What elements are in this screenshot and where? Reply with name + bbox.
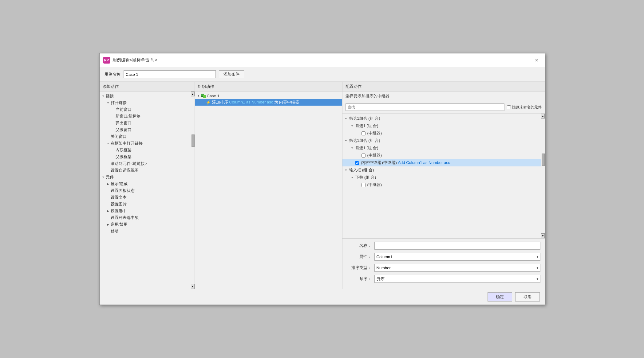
add-condition-button[interactable]: 添加条件 — [219, 70, 244, 78]
bolt-icon: ⚡ — [206, 100, 211, 105]
cancel-button[interactable]: 取消 — [515, 292, 540, 302]
organize-tree-scroll[interactable]: Case 1 ⚡ 添加排序 Column1 as Number asc 为 内容… — [195, 91, 342, 289]
toggle-open-link[interactable] — [106, 100, 111, 105]
prop-attr-label: 属性： — [347, 254, 371, 259]
scroll-down-btn[interactable]: ▼ — [191, 284, 195, 289]
case-name-input[interactable] — [124, 70, 216, 78]
tree-item-enable-disable[interactable]: 启用/禁用 — [100, 221, 191, 228]
repeater-1-checkbox[interactable] — [362, 131, 365, 135]
case-row: 用例名称 添加条件 — [100, 67, 545, 82]
repeater-2-checkbox[interactable] — [362, 154, 365, 158]
tree-item-widget[interactable]: 元件 — [100, 174, 191, 181]
config-item-repeater-2[interactable]: (中继器) — [342, 152, 541, 159]
config-item-dropdown-group[interactable]: 下拉 (组 合) — [342, 174, 541, 181]
config-item-input-group[interactable]: 输入框 (组 合) — [342, 166, 541, 174]
tree-item-set-selected[interactable]: 设置选中 — [100, 208, 191, 214]
hide-unnamed-checkbox[interactable] — [507, 105, 511, 109]
add-action-tree-scroll[interactable]: 链接 打开链接 当前窗口 新窗口/新标签 — [100, 91, 191, 289]
properties-section: 名称： 属性： Column1 Column2 Column3 ▼ — [342, 238, 545, 289]
tree-item-new-window[interactable]: 新窗口/新标签 — [100, 113, 191, 120]
config-scrollbar[interactable]: ▲ ▼ — [541, 114, 545, 238]
tree-item-parent-frame[interactable]: 父级框架 — [100, 154, 191, 160]
tree-item-scroll-to[interactable]: 滚动到元件<链链接> — [100, 160, 191, 167]
configure-header: 配置动作 — [342, 82, 545, 91]
scroll-thumb[interactable] — [192, 134, 195, 147]
add-action-content: 链接 打开链接 当前窗口 新窗口/新标签 — [100, 91, 195, 289]
tree-item-show-hide[interactable]: 显示/隐藏 — [100, 181, 191, 187]
configure-sub-header: 选择要添加排序的中继器 — [342, 91, 545, 101]
dialog-footer: 确定 取消 — [100, 289, 545, 305]
config-scroll-up[interactable]: ▲ — [541, 114, 545, 119]
tree-item-move[interactable]: 移动 — [100, 228, 191, 235]
organize-icon — [201, 93, 206, 98]
config-tree-container: 筛选1组合 (组 合) 筛选1 (组 合) (中继器) — [342, 114, 545, 238]
close-button[interactable]: × — [532, 56, 541, 64]
tree-item-set-panel[interactable]: 设置面板状态 — [100, 187, 191, 194]
ok-button[interactable]: 确定 — [488, 292, 512, 302]
tree-item-inline-frame[interactable]: 内联框架 — [100, 147, 191, 154]
tree-item-adaptive-view[interactable]: 设置自适应视图 — [100, 167, 191, 174]
config-item-repeater-3[interactable]: (中继器) — [342, 181, 541, 189]
hide-unnamed-row: 隐藏未命名的元件 — [507, 105, 542, 110]
tree-item-current-window[interactable]: 当前窗口 — [100, 106, 191, 113]
config-item-filter1-2[interactable]: 筛选1 (组 合) — [342, 144, 541, 152]
prop-order-select-wrapper: 升序 降序 ▼ — [374, 275, 540, 283]
toggle-case1[interactable] — [196, 93, 201, 98]
prop-sort-type-row: 排序类型： Number Text Date ▼ — [347, 264, 540, 272]
panel-organize: 组织动作 Case 1 — [195, 82, 342, 289]
toggle-frame[interactable] — [106, 141, 111, 146]
toggle-widget[interactable] — [101, 175, 106, 180]
config-item-content-repeater[interactable]: 内容中继器 (中继器) Add Column1 as Number asc — [342, 159, 541, 166]
organize-content: Case 1 ⚡ 添加排序 Column1 as Number asc 为 内容… — [195, 91, 342, 289]
panel-configure: 配置动作 选择要添加排序的中继器 隐藏未命名的元件 筛选1组合 (组 — [342, 82, 545, 289]
content-repeater-checkbox[interactable] — [355, 161, 359, 165]
toggle-enable-disable[interactable] — [106, 222, 111, 227]
repeater-3-checkbox[interactable] — [362, 183, 365, 187]
prop-attr-select[interactable]: Column1 Column2 Column3 — [374, 253, 540, 261]
tree-item-parent-window[interactable]: 父级窗口 — [100, 126, 191, 133]
prop-attr-select-wrapper: Column1 Column2 Column3 ▼ — [374, 253, 540, 261]
tree-item-set-image[interactable]: 设置图片 — [100, 201, 191, 208]
config-item-filter-group-2[interactable]: 筛选1组合 (组 合) — [342, 137, 541, 144]
tree-item-popup[interactable]: 弹出窗口 — [100, 120, 191, 126]
case-name-label: 用例名称 — [105, 72, 121, 77]
prop-sort-type-select[interactable]: Number Text Date — [374, 264, 540, 272]
config-scroll-down[interactable]: ▼ — [541, 233, 545, 238]
config-search-input[interactable] — [346, 103, 504, 111]
config-item-filter-group-1[interactable]: 筛选1组合 (组 合) — [342, 115, 541, 122]
main-dialog: RP 用例编辑<鼠标单击 时> × 用例名称 添加条件 添加动作 链接 — [99, 53, 545, 305]
add-action-header: 添加动作 — [100, 82, 195, 91]
toggle-links[interactable] — [101, 94, 106, 99]
prop-order-select[interactable]: 升序 降序 — [374, 275, 540, 283]
left-scrollbar[interactable]: ▲ ▼ — [191, 91, 195, 289]
dialog-title: 用例编辑<鼠标单击 时> — [113, 57, 157, 63]
config-scroll-thumb[interactable] — [542, 154, 545, 166]
app-icon: RP — [103, 57, 110, 64]
organize-action-item[interactable]: ⚡ 添加排序 Column1 as Number asc 为 内容中继器 — [195, 99, 342, 106]
tree-item-links[interactable]: 链接 — [100, 93, 191, 99]
configure-inner: 选择要添加排序的中继器 隐藏未命名的元件 筛选1组合 (组 合) — [342, 91, 545, 289]
tree-item-set-text[interactable]: 设置文本 — [100, 194, 191, 201]
organize-case-1[interactable]: Case 1 — [195, 93, 342, 99]
prop-name-row: 名称： — [347, 242, 540, 250]
prop-order-label: 顺序： — [347, 276, 371, 282]
panel-add-action: 添加动作 链接 打开链接 当前窗口 — [100, 82, 195, 289]
prop-attr-row: 属性： Column1 Column2 Column3 ▼ — [347, 253, 540, 261]
main-panels: 添加动作 链接 打开链接 当前窗口 — [100, 82, 545, 289]
scroll-up-btn[interactable]: ▲ — [191, 91, 195, 96]
toggle-set-selected[interactable] — [106, 208, 111, 213]
prop-name-input[interactable] — [374, 242, 540, 250]
tree-item-set-list[interactable]: 设置列表选中项 — [100, 214, 191, 221]
organize-header: 组织动作 — [195, 82, 342, 91]
tree-item-open-in-frame[interactable]: 在框架中打开链接 — [100, 140, 191, 147]
config-item-repeater-1[interactable]: (中继器) — [342, 130, 541, 137]
toggle-show-hide[interactable] — [106, 181, 111, 186]
config-tree-scroll[interactable]: 筛选1组合 (组 合) 筛选1 (组 合) (中继器) — [342, 114, 541, 238]
config-item-filter1-1[interactable]: 筛选1 (组 合) — [342, 122, 541, 130]
prop-sort-type-select-wrapper: Number Text Date ▼ — [374, 264, 540, 272]
hide-unnamed-label: 隐藏未命名的元件 — [512, 105, 542, 110]
tree-item-close-window[interactable]: 关闭窗口 — [100, 133, 191, 140]
prop-name-label: 名称： — [347, 243, 371, 248]
tree-item-open-link[interactable]: 打开链接 — [100, 99, 191, 106]
prop-sort-type-label: 排序类型： — [347, 265, 371, 270]
